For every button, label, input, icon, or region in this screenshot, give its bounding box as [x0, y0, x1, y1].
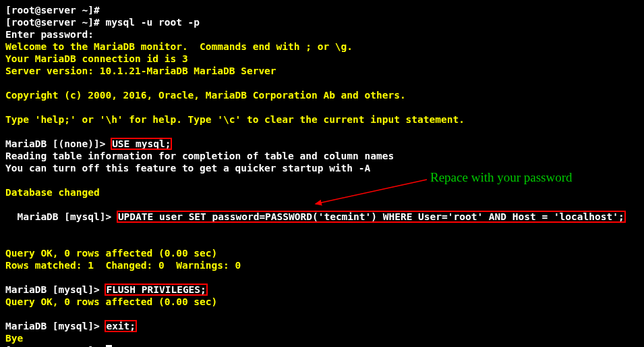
mariadb-prompt-line: MariaDB [mysql]> UPDATE user SET passwor…: [5, 198, 639, 247]
shell-prompt-line: [root@server ~]#: [5, 4, 639, 16]
shell-prompt: [root@server ~]#: [5, 17, 105, 28]
output-line: Welcome to the MariaDB monitor. Commands…: [5, 41, 639, 53]
blank-line: [5, 126, 639, 138]
shell-prompt-line[interactable]: [root@server ~]#: [5, 344, 639, 347]
blank-line: [5, 101, 639, 113]
mariadb-prompt-line: MariaDB [(none)]> USE mysql;: [5, 138, 639, 150]
mariadb-prompt: MariaDB [mysql]>: [17, 211, 117, 222]
blank-line: [5, 271, 639, 284]
output-line: Copyright (c) 2000, 2016, Oracle, MariaD…: [5, 89, 639, 101]
blank-line: [5, 77, 639, 89]
output-line: Query OK, 0 rows affected (0.00 sec): [5, 247, 639, 259]
output-line: Reading table information for completion…: [5, 150, 639, 162]
highlighted-command: USE mysql;: [111, 138, 171, 149]
highlighted-command: exit;: [105, 321, 136, 331]
mariadb-prompt-line: MariaDB [mysql]> exit;: [5, 320, 639, 332]
mariadb-prompt-line: MariaDB [mysql]> FLUSH PRIVILEGES;: [5, 284, 639, 296]
output-line: Rows matched: 1 Changed: 0 Warnings: 0: [5, 259, 639, 271]
output-line: Bye: [5, 332, 639, 344]
output-line: Query OK, 0 rows affected (0.00 sec): [5, 296, 639, 308]
blank-line: [5, 308, 639, 320]
output-line: Database changed: [5, 186, 639, 198]
output-line: Your MariaDB connection id is 3: [5, 53, 639, 65]
shell-command-line: [root@server ~]# mysql -u root -p: [5, 16, 639, 28]
output-line: Type 'help;' or '\h' for help. Type '\c'…: [5, 113, 639, 126]
annotation-text: Repace with your password: [430, 171, 573, 184]
shell-prompt: [root@server ~]#: [5, 5, 100, 16]
mariadb-prompt: MariaDB [mysql]>: [5, 321, 105, 331]
output-line: Enter password:: [5, 28, 639, 41]
mariadb-prompt: MariaDB [mysql]>: [5, 284, 105, 295]
mariadb-prompt: MariaDB [(none)]>: [5, 138, 111, 149]
highlighted-command: FLUSH PRIVILEGES;: [105, 284, 206, 295]
command-text: mysql -u root -p: [105, 17, 200, 28]
output-line: Server version: 10.1.21-MariaDB MariaDB …: [5, 65, 639, 77]
highlighted-command: UPDATE user SET password=PASSWORD('tecmi…: [117, 211, 625, 222]
